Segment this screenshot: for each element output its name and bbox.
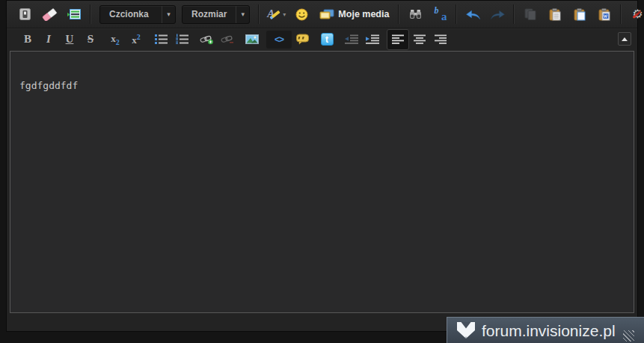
page: Czcionka ▾ Rozmiar ▾ A ▾ Moje media xyxy=(0,0,644,343)
my-media-label: Moje media xyxy=(338,9,389,19)
strikethrough-button[interactable]: S xyxy=(80,30,101,49)
toolbar-separator xyxy=(258,4,260,24)
increase-indent-button[interactable] xyxy=(362,30,383,49)
italic-button[interactable]: I xyxy=(38,30,59,49)
decrease-indent-icon xyxy=(345,34,358,44)
bulleted-list-icon xyxy=(155,34,168,45)
align-center-button[interactable] xyxy=(409,30,430,49)
smiley-icon xyxy=(295,8,308,21)
paste-plain-text-button[interactable] xyxy=(569,4,590,24)
toolbar-separator xyxy=(620,4,622,24)
toolbar-separator xyxy=(456,4,457,24)
chevron-down-icon: ▾ xyxy=(236,6,249,23)
paste-button[interactable] xyxy=(545,4,565,24)
copy-button xyxy=(520,4,541,24)
template-icon xyxy=(67,8,82,20)
text-color-button[interactable]: A ▾ xyxy=(265,4,287,24)
twitter-icon: t xyxy=(321,33,334,46)
code-icon: <> xyxy=(275,34,283,45)
underline-button[interactable]: U xyxy=(59,30,80,49)
editor-content-area[interactable]: fgdfgddfdf xyxy=(10,51,634,313)
size-dropdown-label: Rozmiar xyxy=(183,9,236,19)
decrease-indent-button xyxy=(341,30,362,49)
binoculars-icon xyxy=(409,9,422,19)
superscript-icon: x2 xyxy=(132,33,141,46)
find-button[interactable] xyxy=(405,4,426,24)
template-manager-button[interactable] xyxy=(64,4,85,24)
align-left-button[interactable] xyxy=(387,29,409,50)
numbered-list-button[interactable] xyxy=(171,30,192,49)
align-right-button[interactable] xyxy=(430,30,451,49)
paste-icon xyxy=(549,8,562,21)
superscript-button[interactable]: x2 xyxy=(126,30,147,49)
emoticons-button[interactable] xyxy=(291,4,312,24)
remove-format-button[interactable] xyxy=(39,4,60,24)
chevron-down-icon: ▾ xyxy=(283,11,286,18)
unlink-icon xyxy=(221,34,235,45)
undo-button[interactable] xyxy=(462,4,483,24)
insert-code-button[interactable]: <> xyxy=(266,31,292,49)
redo-icon xyxy=(490,9,506,20)
toolbar-separator xyxy=(398,4,399,24)
resize-grip-icon[interactable] xyxy=(623,330,634,342)
insert-link-button[interactable] xyxy=(196,30,217,49)
toolbar-separator xyxy=(513,4,515,24)
quote-icon xyxy=(296,34,309,45)
editor-mode-toggle-button[interactable] xyxy=(14,4,35,24)
replace-button[interactable]: b a xyxy=(429,4,450,24)
image-icon xyxy=(245,34,259,44)
increase-indent-icon xyxy=(366,34,379,44)
copy-icon xyxy=(524,8,537,20)
undo-icon xyxy=(465,9,481,20)
numbered-list-icon xyxy=(176,34,188,45)
triangle-up-icon xyxy=(622,37,628,41)
font-dropdown-label: Czcionka xyxy=(100,9,162,19)
bold-button[interactable]: B xyxy=(17,30,38,49)
paste-word-icon xyxy=(598,8,611,21)
text-color-icon: A xyxy=(266,7,281,22)
toolbar-row-1: Czcionka ▾ Rozmiar ▾ A ▾ Moje media xyxy=(7,1,637,28)
my-media-button[interactable]: Moje media xyxy=(316,4,393,24)
media-icon xyxy=(319,9,334,20)
subscript-icon: x2 xyxy=(111,33,120,46)
align-left-icon xyxy=(392,34,404,44)
remove-link-button xyxy=(217,30,238,49)
insert-tweet-button[interactable]: t xyxy=(316,30,337,49)
align-center-icon xyxy=(414,34,426,44)
branding-label: forum.invisionize.pl xyxy=(482,323,616,339)
collapse-toolbar-button[interactable] xyxy=(618,32,631,46)
editor-settings-button[interactable]: ⚙ xyxy=(627,4,644,24)
insert-image-button[interactable] xyxy=(242,30,263,49)
align-right-icon xyxy=(435,34,447,44)
toolbar-row-2: B I U S x2 x2 xyxy=(7,28,637,50)
eraser-icon xyxy=(42,7,58,21)
redo-button xyxy=(487,4,508,24)
gear-icon: ⚙ xyxy=(631,7,644,21)
editor-text: fgdfgddfdf xyxy=(19,80,625,91)
invisionize-logo-icon xyxy=(456,322,476,339)
branding-bar: forum.invisionize.pl xyxy=(447,317,644,343)
replace-icon: b a xyxy=(433,7,447,21)
toolbar-separator xyxy=(90,4,91,24)
bulleted-list-button[interactable] xyxy=(150,30,171,49)
link-icon xyxy=(200,34,214,45)
editor-container: Czcionka ▾ Rozmiar ▾ A ▾ Moje media xyxy=(6,0,638,332)
editor-mode-icon xyxy=(19,8,31,20)
insert-quote-button[interactable] xyxy=(292,30,313,49)
subscript-button[interactable]: x2 xyxy=(105,30,126,49)
size-dropdown[interactable]: Rozmiar ▾ xyxy=(182,5,250,24)
paste-text-icon xyxy=(574,8,586,21)
font-dropdown[interactable]: Czcionka ▾ xyxy=(99,5,176,24)
chevron-down-icon: ▾ xyxy=(162,6,175,23)
paste-from-word-button[interactable] xyxy=(594,4,615,24)
